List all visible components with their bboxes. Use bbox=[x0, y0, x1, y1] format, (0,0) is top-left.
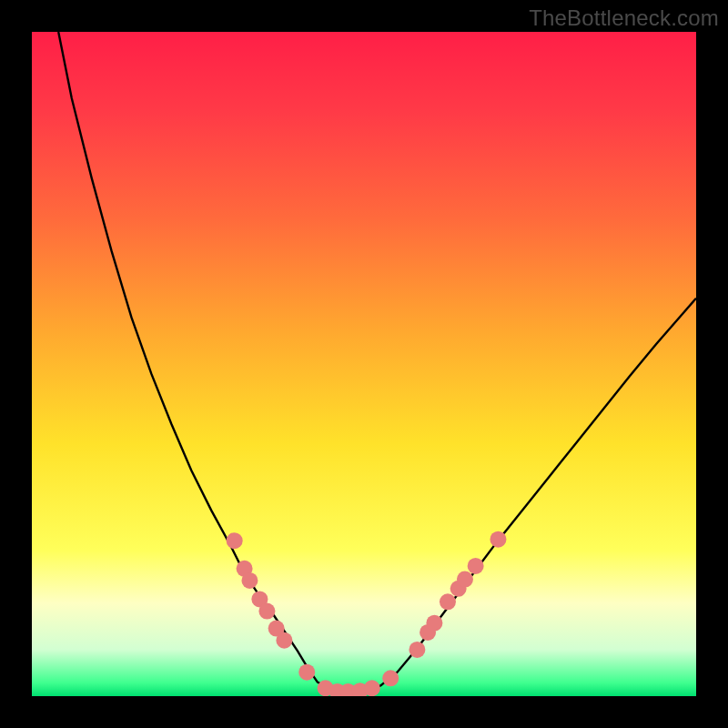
data-marker bbox=[276, 632, 292, 649]
data-marker bbox=[298, 664, 315, 681]
gradient-background bbox=[32, 32, 696, 696]
data-marker bbox=[258, 603, 275, 620]
data-marker bbox=[490, 531, 506, 548]
watermark-label: TheBottleneck.com bbox=[529, 5, 719, 31]
plot-svg bbox=[32, 32, 696, 696]
data-marker bbox=[227, 532, 243, 549]
data-marker bbox=[457, 571, 473, 588]
data-marker bbox=[440, 593, 456, 610]
chart-frame: TheBottleneck.com bbox=[0, 0, 728, 728]
data-marker bbox=[382, 670, 399, 686]
data-marker bbox=[364, 680, 380, 696]
data-marker bbox=[409, 642, 425, 658]
data-marker bbox=[468, 558, 484, 574]
data-marker bbox=[241, 572, 258, 589]
data-marker bbox=[426, 615, 442, 632]
plot-area bbox=[32, 32, 696, 696]
